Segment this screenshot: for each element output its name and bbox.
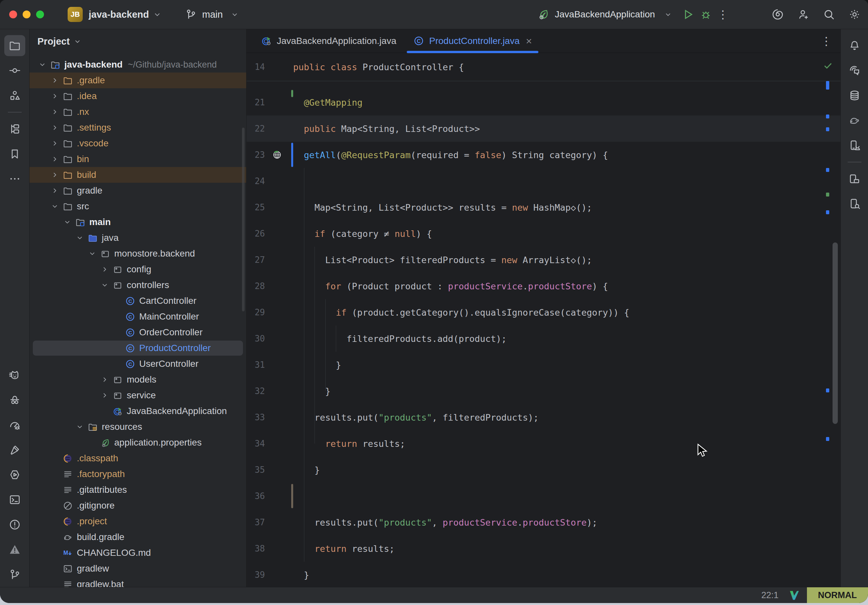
tree-item--vscode[interactable]: .vscode (29, 136, 246, 151)
running-devices-tool-button[interactable] (844, 168, 865, 189)
tree-item-productcontroller[interactable]: CProductController (29, 340, 246, 356)
code-line-33[interactable]: 33results.put("products", filteredProduc… (246, 404, 840, 430)
incognito-tool-button[interactable] (4, 390, 25, 410)
chevron-collapsed-icon[interactable] (49, 124, 61, 132)
tree-item-ordercontroller[interactable]: COrderController (29, 325, 246, 340)
chevron-expanded-icon[interactable] (99, 281, 111, 289)
ideavim-icon[interactable] (789, 590, 800, 601)
search-icon[interactable] (823, 8, 835, 21)
project-name[interactable]: java-backend (88, 9, 149, 20)
tree-item--factorypath[interactable]: .factorypath (29, 466, 246, 482)
project-panel-header[interactable]: Project (29, 29, 246, 54)
tree-item-maincontroller[interactable]: CMainController (29, 309, 246, 325)
chevron-collapsed-icon[interactable] (49, 92, 61, 100)
problems-tool-button[interactable] (4, 514, 25, 535)
caret-position[interactable]: 22:1 (761, 590, 779, 600)
code-line-37[interactable]: 37results.put("products", productService… (246, 509, 840, 535)
code-line-22[interactable]: 22public Map<String, List<Product>> (246, 116, 840, 142)
device-manager-tool-button[interactable] (844, 135, 865, 156)
services-tool-button[interactable] (4, 464, 25, 485)
tree-item-config[interactable]: config (29, 261, 246, 277)
tree-item-monostore-backend[interactable]: monostore.backend (29, 246, 246, 261)
vim-mode-badge[interactable]: NORMAL (807, 587, 868, 603)
tree-item--idea[interactable]: .idea (29, 88, 246, 104)
tree-item--gradle[interactable]: .gradle (29, 73, 246, 88)
tree-item-cartcontroller[interactable]: CCartController (29, 293, 246, 309)
code-line-25[interactable]: 25Map<String, List<Product>> results = n… (246, 194, 840, 220)
chevron-expanded-icon[interactable] (74, 423, 86, 431)
tree-item-javabackendapplication[interactable]: JavaBackendApplication (29, 403, 246, 419)
code-line-24[interactable]: 24 (246, 168, 840, 194)
chevron-collapsed-icon[interactable] (49, 108, 61, 116)
chevron-collapsed-icon[interactable] (49, 171, 61, 179)
code-line-36[interactable]: 36 (246, 483, 840, 509)
run-config-name[interactable]: JavaBackendApplication (555, 9, 655, 20)
code-line-38[interactable]: 38return results; (246, 535, 840, 562)
code-line-27[interactable]: 27List<Product> filteredProducts = new A… (246, 247, 840, 273)
chevron-collapsed-icon[interactable] (99, 391, 111, 399)
chevron-expanded-icon[interactable] (49, 203, 61, 210)
code-line-35[interactable]: 35} (246, 457, 840, 483)
commit-tool-button[interactable] (4, 60, 25, 81)
tree-item-java[interactable]: java (29, 230, 246, 246)
more-tool-windows-tool-button[interactable] (4, 168, 25, 189)
tab-productcontroller-java[interactable]: CProductController.java× (405, 29, 540, 53)
chevron-expanded-icon[interactable] (86, 250, 99, 258)
chevron-down-icon[interactable] (664, 11, 672, 19)
hierarchy-tool-button[interactable] (4, 118, 25, 139)
minimize-window-button[interactable] (23, 11, 31, 19)
code-line-23[interactable]: 23getAll(@RequestParam(required = false)… (246, 142, 840, 168)
tree-item--settings[interactable]: .settings (29, 120, 246, 136)
code-line-39[interactable]: 39} (246, 562, 840, 587)
build-tool-button[interactable] (4, 439, 25, 460)
chevron-expanded-icon[interactable] (74, 234, 86, 242)
chevron-collapsed-icon[interactable] (99, 376, 111, 384)
chevron-expanded-icon[interactable] (61, 218, 74, 226)
project-tool-button[interactable] (4, 35, 25, 56)
code-line-31[interactable]: 31} (246, 352, 840, 378)
ai-cat-tool-button[interactable] (4, 365, 25, 385)
gutter-icon-slot[interactable] (265, 150, 289, 160)
terminal-tool-button[interactable] (4, 489, 25, 510)
tree-item--gitattributes[interactable]: .gitattributes (29, 482, 246, 498)
code-line-32[interactable]: 32} (246, 378, 840, 404)
editor-scrollbar[interactable] (832, 243, 838, 424)
tree-item-gradlew-bat[interactable]: gradlew.bat (29, 576, 246, 587)
tab-javabackendapplication-java[interactable]: JavaBackendApplication.java (253, 29, 405, 53)
chevron-collapsed-icon[interactable] (49, 155, 61, 163)
tree-item--nx[interactable]: .nx (29, 104, 246, 120)
git-tool-button[interactable] (4, 564, 25, 585)
vcs-widget[interactable]: main (184, 8, 239, 21)
more-run-options-button[interactable]: ⋮ (717, 9, 728, 20)
ai-assistant-tool-button[interactable] (844, 60, 865, 81)
tree-item-bin[interactable]: bin (29, 151, 246, 167)
code-line-29[interactable]: 29if (product.getCategory().equalsIgnore… (246, 299, 840, 325)
run-button[interactable] (682, 8, 694, 21)
tree-item-usercontroller[interactable]: CUserController (29, 356, 246, 372)
tree-item-gradlew[interactable]: gradlew (29, 561, 246, 576)
chevron-collapsed-icon[interactable] (49, 139, 61, 147)
tree-item-resources[interactable]: resources (29, 419, 246, 435)
debug-button[interactable] (700, 8, 712, 21)
tree-item--classpath[interactable]: .classpath (29, 450, 246, 466)
code-with-me-icon[interactable] (797, 8, 809, 21)
chevron-collapsed-icon[interactable] (99, 265, 111, 273)
inspection-ok-icon[interactable] (823, 60, 833, 72)
tree-item-build[interactable]: build (29, 167, 246, 183)
editor-options-button[interactable]: ⋮ (821, 36, 832, 46)
tree-item-java-backend[interactable]: java-backend~/Github/java-backend (29, 57, 246, 73)
notifications-tool-button[interactable] (844, 35, 865, 56)
chevron-collapsed-icon[interactable] (49, 187, 61, 195)
gradle-tool-button[interactable] (844, 110, 865, 131)
code-editor[interactable]: 14public class ProductController { 21@Ge… (246, 53, 840, 587)
bookmarks-tool-button[interactable] (4, 143, 25, 164)
tree-item-main[interactable]: main (29, 214, 246, 230)
tree-item-changelog-md[interactable]: MCHANGELOG.md (29, 545, 246, 561)
ai-assistant-icon[interactable] (772, 8, 784, 21)
tree-item-models[interactable]: models (29, 372, 246, 387)
tree-item-src[interactable]: src (29, 198, 246, 214)
tree-item-application-properties[interactable]: application.properties (29, 435, 246, 450)
close-tab-icon[interactable]: × (526, 36, 532, 46)
fullscreen-window-button[interactable] (36, 11, 44, 19)
notifications-warning-tool-button[interactable] (4, 539, 25, 560)
